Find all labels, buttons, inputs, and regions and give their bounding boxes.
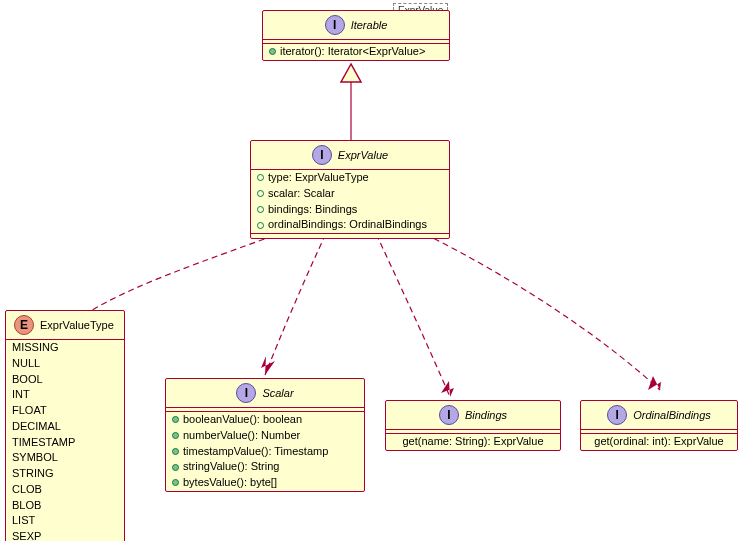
svg-marker-5 <box>648 376 661 390</box>
class-bindings-methods: get(name: String): ExprValue <box>386 434 560 450</box>
enum-literal: MISSING <box>6 340 124 356</box>
enum-icon: E <box>14 315 34 335</box>
interface-icon: I <box>607 405 627 425</box>
prop-row: type: ExprValueType <box>251 170 449 186</box>
prop-text: scalar: Scalar <box>268 187 335 201</box>
visibility-icon <box>172 464 179 471</box>
class-scalar-title: I Scalar <box>166 379 364 408</box>
class-bindings-title: I Bindings <box>386 401 560 430</box>
method-row: get(name: String): ExprValue <box>386 434 560 450</box>
prop-text: ordinalBindings: OrdinalBindings <box>268 218 427 232</box>
enum-literal: SYMBOL <box>6 450 124 466</box>
enum-literal: NULL <box>6 356 124 372</box>
prop-text: bindings: Bindings <box>268 203 357 217</box>
enum-literal: INT <box>6 387 124 403</box>
svg-marker-3 <box>261 356 275 375</box>
enum-literal: LIST <box>6 513 124 529</box>
enum-literal: FLOAT <box>6 403 124 419</box>
visibility-icon <box>257 222 264 229</box>
visibility-icon <box>172 416 179 423</box>
enum-literal: CLOB <box>6 482 124 498</box>
interface-icon: I <box>312 145 332 165</box>
prop-row: ordinalBindings: OrdinalBindings <box>251 217 449 233</box>
class-iterable-methods: iterator(): Iterator<ExprValue> <box>263 44 449 60</box>
class-ordinalbindings: I OrdinalBindings get(ordinal: int): Exp… <box>580 400 738 451</box>
enum-literal: BOOL <box>6 372 124 388</box>
class-scalar-methods: booleanValue(): boolean numberValue(): N… <box>166 412 364 491</box>
visibility-icon <box>257 190 264 197</box>
class-iterable-name: Iterable <box>351 19 388 31</box>
method-row: timestampValue(): Timestamp <box>166 444 364 460</box>
class-exprvalue-name: ExprValue <box>338 149 388 161</box>
class-exprvalue-props: type: ExprValueType scalar: Scalar bindi… <box>251 170 449 234</box>
method-text: get(name: String): ExprValue <box>402 435 543 449</box>
method-text: numberValue(): Number <box>183 429 300 443</box>
interface-icon: I <box>325 15 345 35</box>
class-ordinalbindings-title: I OrdinalBindings <box>581 401 737 430</box>
visibility-icon <box>257 206 264 213</box>
visibility-icon <box>172 432 179 439</box>
class-exprvalue-methods-empty <box>251 234 449 238</box>
method-row: numberValue(): Number <box>166 428 364 444</box>
method-text: timestampValue(): Timestamp <box>183 445 328 459</box>
class-scalar: I Scalar booleanValue(): boolean numberV… <box>165 378 365 492</box>
enum-literal: SEXP <box>6 529 124 541</box>
class-bindings: I Bindings get(name: String): ExprValue <box>385 400 561 451</box>
class-iterable: I Iterable iterator(): Iterator<ExprValu… <box>262 10 450 61</box>
method-row: iterator(): Iterator<ExprValue> <box>263 44 449 60</box>
method-row: get(ordinal: int): ExprValue <box>581 434 737 450</box>
enum-exprvaluetype-literals: MISSING NULL BOOL INT FLOAT DECIMAL TIME… <box>6 340 124 541</box>
prop-row: bindings: Bindings <box>251 202 449 218</box>
prop-row: scalar: Scalar <box>251 186 449 202</box>
class-iterable-title: I Iterable <box>263 11 449 40</box>
enum-literal: BLOB <box>6 498 124 514</box>
interface-icon: I <box>439 405 459 425</box>
method-text: booleanValue(): boolean <box>183 413 302 427</box>
class-exprvalue: I ExprValue type: ExprValueType scalar: … <box>250 140 450 239</box>
method-text: bytesValue(): byte[] <box>183 476 277 490</box>
method-row: stringValue(): String <box>166 459 364 475</box>
class-ordinalbindings-methods: get(ordinal: int): ExprValue <box>581 434 737 450</box>
class-bindings-name: Bindings <box>465 409 507 421</box>
enum-exprvaluetype: E ExprValueType MISSING NULL BOOL INT FL… <box>5 310 125 541</box>
method-text: get(ordinal: int): ExprValue <box>594 435 723 449</box>
class-ordinalbindings-name: OrdinalBindings <box>633 409 711 421</box>
prop-text: type: ExprValueType <box>268 171 369 185</box>
svg-marker-4 <box>441 381 454 397</box>
interface-icon: I <box>236 383 256 403</box>
enum-literal: STRING <box>6 466 124 482</box>
method-row: booleanValue(): boolean <box>166 412 364 428</box>
method-text: iterator(): Iterator<ExprValue> <box>280 45 425 59</box>
visibility-icon <box>257 174 264 181</box>
enum-exprvaluetype-title: E ExprValueType <box>6 311 124 340</box>
visibility-icon <box>172 479 179 486</box>
enum-exprvaluetype-name: ExprValueType <box>40 319 114 331</box>
method-text: stringValue(): String <box>183 460 279 474</box>
visibility-icon <box>172 448 179 455</box>
class-exprvalue-title: I ExprValue <box>251 141 449 170</box>
enum-literal: DECIMAL <box>6 419 124 435</box>
class-scalar-name: Scalar <box>262 387 293 399</box>
method-row: bytesValue(): byte[] <box>166 475 364 491</box>
visibility-icon <box>269 48 276 55</box>
svg-marker-1 <box>341 64 361 82</box>
enum-literal: TIMESTAMP <box>6 435 124 451</box>
